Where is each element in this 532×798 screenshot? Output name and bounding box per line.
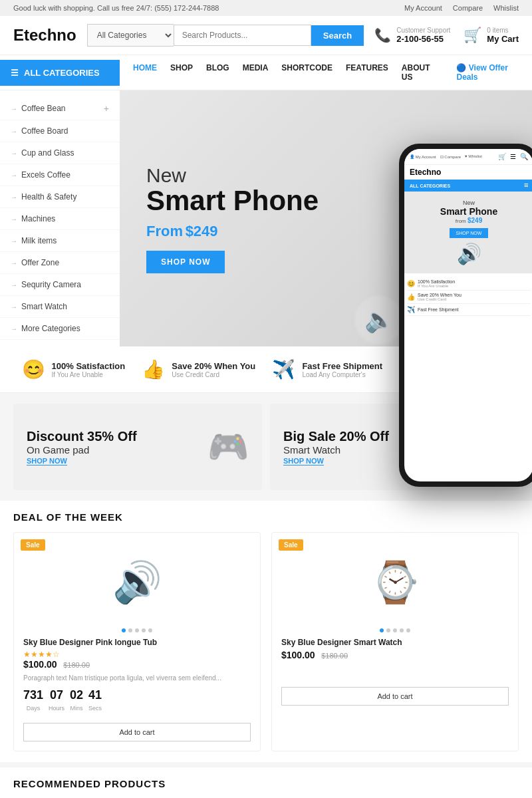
header-right: 📞 Customer Support 2-100-56-55 🛒 0 items… bbox=[374, 27, 519, 44]
search-input[interactable] bbox=[174, 25, 311, 46]
sidebar-item-offer-zone[interactable]: → Offer Zone bbox=[0, 252, 120, 274]
promo-text-watch: Big Sale 20% Off Smart Watch SHOP NOW bbox=[283, 429, 389, 466]
phone-mockup: 👤 My Account ⊡ Compare ♥ Whislist 🛒 ☰ 🔍 … bbox=[399, 144, 532, 487]
sidebar-label: Machines bbox=[21, 214, 55, 223]
top-bar-right: My Account Compare Whislist bbox=[404, 4, 519, 12]
top-bar: Good luck with shopping. Call us free 24… bbox=[0, 0, 532, 16]
cart-items: 0 items bbox=[487, 27, 519, 34]
arrow-icon: → bbox=[11, 194, 17, 201]
dot-3 bbox=[393, 628, 397, 632]
search-button[interactable]: Search bbox=[311, 25, 364, 46]
deal-add-cart-2[interactable]: Add to cart bbox=[281, 687, 509, 706]
arrow-icon: → bbox=[11, 237, 17, 245]
deal-dots-2 bbox=[281, 628, 509, 632]
offer-link[interactable]: 🔵 View Offer Deals bbox=[443, 55, 532, 90]
deal-dots-1 bbox=[23, 628, 251, 632]
nav-features[interactable]: FEATURES bbox=[346, 63, 388, 82]
promo-shop-2[interactable]: SHOP NOW bbox=[283, 457, 324, 466]
count-secs: 41 Secs bbox=[88, 688, 102, 712]
dot-5 bbox=[406, 628, 410, 632]
nav: ☰ ALL CATEGORIES HOME SHOP BLOG MEDIA SH… bbox=[0, 55, 532, 90]
hero-from-label: From bbox=[146, 223, 183, 239]
sidebar-label: Health & Safety bbox=[21, 192, 76, 201]
dot-4 bbox=[142, 628, 146, 632]
nav-about[interactable]: ABOUT US bbox=[402, 63, 430, 82]
dot-1 bbox=[380, 628, 384, 632]
promo-product-1: On Game pad bbox=[27, 444, 137, 456]
sidebar-item-excels-coffee[interactable]: → Excels Coffee bbox=[0, 164, 120, 186]
sidebar-item-coffee-bean[interactable]: → Coffee Bean + bbox=[0, 97, 120, 120]
deal-card-1: Sale 🔊 Sky Blue Designer Pink longue Tub… bbox=[13, 532, 261, 751]
wishlist-link[interactable]: Whislist bbox=[493, 4, 519, 12]
mins-value: 02 bbox=[70, 688, 83, 702]
deal-image-1: 🔊 bbox=[23, 542, 251, 622]
hero-device-small: 🔈 bbox=[352, 293, 406, 346]
phone-nav: ALL CATEGORIES ☰ bbox=[404, 180, 532, 192]
arrow-icon: → bbox=[11, 215, 17, 223]
phone-feature-save: 👍 Save 20% When You Use Credit Card bbox=[407, 291, 531, 304]
deal-name-1: Sky Blue Designer Pink longue Tub bbox=[23, 638, 251, 647]
days-label: Days bbox=[27, 705, 41, 712]
mins-label: Mins bbox=[70, 705, 83, 712]
sidebar-item-cup-glass[interactable]: → Cup and Glass bbox=[0, 142, 120, 164]
sidebar-label: Coffee Bean bbox=[21, 104, 66, 113]
sidebar-label: Excels Coffee bbox=[21, 170, 70, 180]
dot-1 bbox=[122, 628, 126, 632]
nav-shortcode[interactable]: SHORTCODE bbox=[281, 63, 332, 82]
satisfaction-icon: 😊 bbox=[407, 280, 415, 287]
promo-text-gamepad: Discount 35% Off On Game pad SHOP NOW bbox=[27, 429, 137, 466]
nav-blog[interactable]: BLOG bbox=[206, 63, 229, 82]
logo: Etechno bbox=[13, 26, 76, 45]
deal-section: DEAL OF THE WEEK Sale 🔊 Sky Blue Designe… bbox=[0, 501, 532, 762]
nav-media[interactable]: MEDIA bbox=[243, 63, 269, 82]
sidebar-item-more[interactable]: → More Categories bbox=[0, 318, 120, 340]
arrow-icon: → bbox=[11, 105, 17, 112]
phone-hero-device: 🔊 bbox=[410, 242, 528, 265]
dot-2 bbox=[128, 628, 132, 632]
promo-shop-1[interactable]: SHOP NOW bbox=[27, 457, 67, 466]
my-account-link[interactable]: My Account bbox=[404, 4, 442, 12]
feature-title-3: Fast Free Shipment bbox=[302, 361, 382, 371]
cart-icon: 🛒 bbox=[464, 27, 481, 44]
main-content-wrapper: → Coffee Bean + → Coffee Board → Cup and… bbox=[0, 90, 532, 346]
feature-sub-2: Use Credit Card bbox=[172, 371, 255, 378]
phone-nav-icon: ☰ bbox=[524, 183, 528, 188]
sidebar-item-health-safety[interactable]: → Health & Safety bbox=[0, 186, 120, 208]
sidebar-item-milk[interactable]: → Milk items bbox=[0, 230, 120, 252]
feature-satisfaction: 😊 100% Satisfaction If You Are Unable bbox=[22, 358, 126, 380]
sidebar-item-smart-watch[interactable]: → Smart Watch bbox=[0, 296, 120, 318]
phone-my-account: 👤 My Account bbox=[410, 154, 436, 159]
all-categories-button[interactable]: ☰ ALL CATEGORIES bbox=[0, 60, 120, 86]
arrow-icon: → bbox=[11, 150, 17, 157]
phone-wishlist: ♥ Whislist bbox=[465, 154, 482, 159]
compare-link[interactable]: Compare bbox=[453, 4, 483, 12]
cart-box[interactable]: 🛒 0 items My Cart bbox=[464, 27, 519, 44]
dot-2 bbox=[386, 628, 390, 632]
sidebar-item-machines[interactable]: → Machines bbox=[0, 208, 120, 230]
deal-section-title: DEAL OF THE WEEK bbox=[13, 511, 519, 523]
sidebar-label: Milk items bbox=[21, 236, 57, 245]
sidebar-item-security-camera[interactable]: → Sequrity Camera bbox=[0, 274, 120, 296]
sale-badge-2: Sale bbox=[279, 539, 303, 551]
phone-features: 😊 100% Satisfaction If You Are Unable 👍 … bbox=[404, 273, 532, 320]
arrow-icon: → bbox=[11, 259, 17, 267]
deal-countdown: 731 Days 07 Hours 02 Mins 41 Secs bbox=[23, 688, 251, 712]
nav-home[interactable]: HOME bbox=[133, 63, 157, 82]
header: Etechno All Categories Search 📞 Customer… bbox=[0, 16, 532, 55]
deal-card-2: Sale ⌚ Sky Blue Designer Smart Watch $10… bbox=[271, 532, 519, 751]
feature-title-1: 100% Satisfaction bbox=[52, 361, 126, 371]
phone-hero-btn: SHOP NOW bbox=[450, 228, 489, 238]
phone-all-categories: ALL CATEGORIES bbox=[410, 184, 450, 188]
hours-label: Hours bbox=[49, 705, 65, 712]
sidebar-label: Smart Watch bbox=[21, 302, 67, 311]
count-days: 731 Days bbox=[23, 688, 43, 712]
hero-new-label: New bbox=[146, 164, 319, 187]
nav-shop[interactable]: SHOP bbox=[170, 63, 193, 82]
recommended-title: RECOMMENDED PRODUCTS bbox=[13, 778, 519, 789]
sidebar-item-coffee-board[interactable]: → Coffee Board bbox=[0, 120, 120, 142]
feature-ship: ✈️ Fast Free Shipment Load Any Computer'… bbox=[272, 358, 382, 380]
category-select[interactable]: All Categories bbox=[87, 24, 174, 47]
hero-shop-now-button[interactable]: SHOP NOW bbox=[146, 251, 225, 273]
sidebar: → Coffee Bean + → Coffee Board → Cup and… bbox=[0, 90, 120, 346]
deal-add-cart-1[interactable]: Add to cart bbox=[23, 723, 251, 741]
